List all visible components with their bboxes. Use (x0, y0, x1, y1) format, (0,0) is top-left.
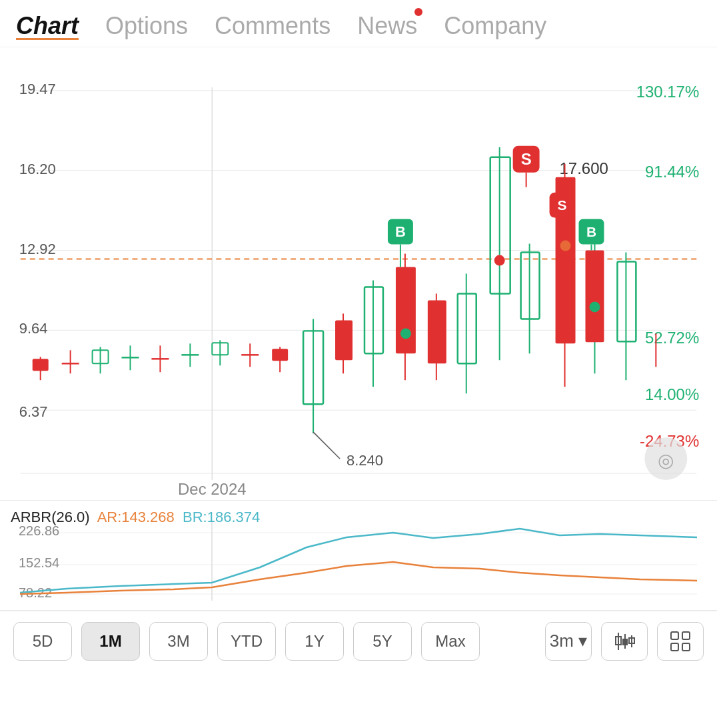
nav-news[interactable]: News (357, 12, 417, 40)
btn-5y[interactable]: 5Y (353, 622, 412, 661)
svg-rect-70 (585, 251, 604, 343)
indicator-chart: ARBR(26.0) AR:143.268 BR:186.374 226.86 … (0, 501, 717, 611)
nav-options[interactable]: Options (105, 12, 188, 40)
svg-rect-20 (33, 359, 49, 371)
svg-point-47 (400, 328, 411, 339)
svg-text:152.54: 152.54 (19, 555, 59, 570)
dropdown-btn[interactable]: 3m ▾ (545, 622, 592, 661)
btn-1y[interactable]: 1Y (285, 622, 344, 661)
indicator-label: ARBR(26.0) AR:143.268 BR:186.374 (11, 509, 260, 526)
svg-point-57 (494, 255, 505, 266)
svg-rect-90 (622, 639, 628, 645)
svg-line-39 (313, 432, 340, 459)
svg-text:B: B (586, 224, 596, 239)
svg-text:6.37: 6.37 (19, 403, 48, 420)
svg-text:91.44%: 91.44% (645, 163, 699, 181)
svg-text:14.00%: 14.00% (645, 385, 699, 403)
nav-comments[interactable]: Comments (215, 12, 331, 40)
navigation: Chart Options Comments News Company (0, 0, 717, 47)
svg-rect-96 (682, 643, 690, 651)
svg-text:9.64: 9.64 (19, 320, 48, 337)
svg-rect-36 (272, 349, 288, 361)
svg-text:S: S (521, 150, 532, 168)
svg-rect-94 (682, 632, 690, 639)
svg-text:16.20: 16.20 (19, 161, 56, 177)
btn-3m[interactable]: 3M (149, 622, 208, 661)
svg-point-71 (589, 301, 600, 312)
svg-rect-93 (671, 632, 678, 639)
svg-text:52.72%: 52.72% (645, 329, 699, 347)
svg-text:12.92: 12.92 (19, 241, 56, 257)
svg-text:17.600: 17.600 (560, 159, 608, 177)
svg-rect-42 (335, 320, 353, 360)
svg-text:S: S (558, 197, 567, 213)
svg-rect-46 (396, 267, 416, 354)
svg-text:8.240: 8.240 (347, 452, 383, 469)
candlestick-icon-btn[interactable] (601, 622, 648, 661)
candlestick-icon (613, 630, 636, 653)
grid-icon-btn[interactable] (657, 622, 704, 661)
btn-ytd[interactable]: YTD (217, 622, 276, 661)
nav-company[interactable]: Company (444, 12, 546, 40)
chart-svg: 19.47 16.20 12.92 9.64 6.37 130.17% 91.4… (0, 47, 717, 500)
svg-rect-52 (428, 300, 446, 363)
toolbar: 5D 1M 3M YTD 1Y 5Y Max 3m ▾ (0, 611, 717, 671)
svg-point-66 (560, 241, 571, 251)
svg-text:Dec 2024: Dec 2024 (178, 480, 247, 498)
svg-text:130.17%: 130.17% (636, 83, 700, 101)
svg-text:B: B (395, 223, 406, 240)
btn-5d[interactable]: 5D (13, 622, 72, 661)
news-dot (414, 8, 422, 16)
svg-text:◎: ◎ (658, 450, 674, 471)
nav-chart[interactable]: Chart (16, 12, 79, 40)
btn-1m[interactable]: 1M (81, 622, 140, 661)
svg-rect-95 (671, 643, 678, 651)
btn-max[interactable]: Max (421, 622, 480, 661)
candlestick-chart: 19.47 16.20 12.92 9.64 6.37 130.17% 91.4… (0, 47, 717, 501)
svg-text:19.47: 19.47 (19, 81, 56, 97)
grid-icon (669, 630, 692, 653)
